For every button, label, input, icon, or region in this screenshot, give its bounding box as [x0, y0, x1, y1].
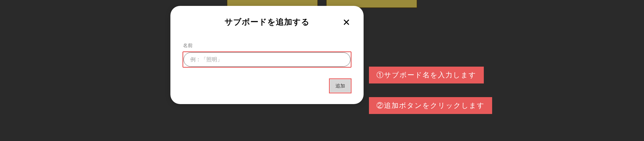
close-button[interactable]: [343, 18, 350, 26]
name-input-highlight: [182, 51, 352, 68]
subboard-name-input[interactable]: [184, 52, 350, 67]
name-field-label: 名前: [183, 42, 352, 49]
add-button-highlight: 追加: [329, 78, 352, 93]
annotation-step-1: ①サブボード名を入力します: [369, 67, 484, 83]
dialog-header: サブボードを追加する: [182, 17, 352, 28]
dialog-footer: 追加: [182, 78, 352, 93]
add-subboard-dialog: サブボードを追加する 名前 追加: [170, 6, 364, 104]
annotation-step-2: ②追加ボタンをクリックします: [369, 97, 492, 114]
dialog-title: サブボードを追加する: [225, 17, 310, 28]
close-icon: [343, 19, 350, 25]
add-button[interactable]: 追加: [330, 79, 350, 92]
